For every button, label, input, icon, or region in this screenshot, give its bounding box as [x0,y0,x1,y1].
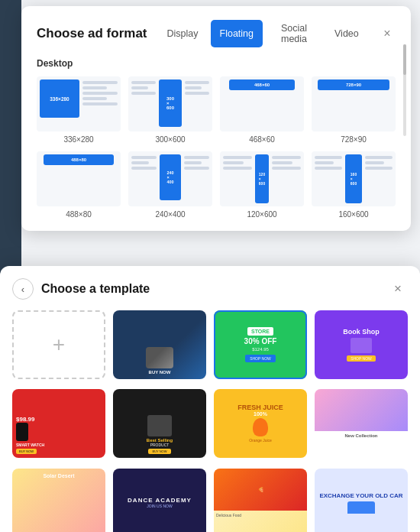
close-button-top[interactable]: × [379,24,396,43]
ad-preview-160x600: 160×600 [312,151,396,206]
template-fashion[interactable]: New Collection [315,389,408,458]
food-text: 🍕 [258,487,263,492]
add-icon: + [53,332,65,357]
ad-lines-right [185,79,209,95]
ad-preview-336x280: 336×280 [37,76,121,131]
template-book-shop[interactable]: Book Shop SHOP NOW [315,310,408,379]
tpl-green-content: STORE 30% OFF $124.95 SHOP NOW [214,310,307,379]
choose-ad-format-modal: Choose ad format Display Floating Social… [21,6,411,231]
store-badge: STORE [247,327,273,336]
tab-display[interactable]: Display [158,20,208,47]
ad-dim-label: 160×600 [338,210,368,219]
ad-line [185,81,209,84]
close-button-bottom[interactable]: × [388,279,408,299]
ad-line [365,161,384,164]
ad-line [184,156,209,159]
section-label-desktop: Desktop [37,58,396,69]
ad-line [184,167,209,170]
fashion-img [315,389,408,431]
ad-format-336x280[interactable]: 336×280 336×280 [37,76,121,144]
template-dance[interactable]: DANCE ACADEMY JOIN US NOW [113,469,206,532]
template-add-new[interactable]: + [12,310,105,379]
ad-dim-label: 468×60 [249,135,275,144]
ad-lines-right [272,154,301,170]
ad-line [315,161,334,164]
shop-btn: SHOP NOW [347,355,376,362]
back-button[interactable]: ‹ [12,278,34,300]
shoe-image [146,347,173,368]
tpl-dance-content: DANCE ACADEMY JOIN US NOW [113,469,206,532]
product-label: PRODUCT [150,443,170,447]
sale-text: 30% OFF [244,337,277,345]
tab-video[interactable]: Video [325,20,368,47]
dance-sub: JOIN US NOW [147,504,172,508]
ad-line [365,167,393,170]
ad-line [131,81,156,84]
ad-preview-120x600: 120×600 [220,151,304,206]
ad-blue-240x400: 240×400 [160,154,181,200]
ad-blue-468x60: 468×60 [229,79,296,90]
template-desert[interactable]: Solar Desert [12,469,105,532]
ad-blue-300x600: 300×600 [159,79,182,127]
tpl-peach-content: New Collection [315,389,408,458]
ad-preview-240x400: 240×400 [128,151,212,206]
choose-template-modal: ‹ Choose a template × + BUY NOW STORE 30… [0,266,420,532]
ad-dim-label: 240×400 [155,210,185,219]
food-label: Delicious Food [214,511,307,520]
template-watch-red[interactable]: $98.99 SMART WATCH BUY NOW [12,389,105,458]
car-shape [347,501,375,514]
ad-blue-120x600: 120×600 [255,154,269,203]
modal-bottom-header: ‹ Choose a template × [12,278,408,300]
template-grid: + BUY NOW STORE 30% OFF $124.95 SHOP NOW… [12,310,408,532]
ad-preview-468x60: 468×60 [220,76,304,131]
ad-format-728x90[interactable]: 728×90 728×90 [312,76,396,144]
tpl-light-content: Solar Desert [12,469,105,532]
template-shoe[interactable]: BUY NOW [113,310,206,379]
food-img: 🍕 [214,469,307,511]
ad-preview-488x80: 488×80 [37,151,121,206]
modal-top-header: Choose ad format Display Floating Social… [37,20,396,47]
ad-lines-right [365,154,393,170]
ad-format-120x600[interactable]: 120×600 120×600 [220,151,304,219]
ad-format-488x80[interactable]: 488×80 488×80 [37,151,121,219]
buy-btn: BUY NOW [148,449,170,454]
template-car[interactable]: EXCHANGE YOUR OLD CAR [315,469,408,532]
tab-bar: Display Floating Social media Video [158,20,368,47]
ad-blue-488x80: 488×80 [44,154,114,165]
ad-line [131,161,149,164]
ad-dim-label: 728×90 [341,135,367,144]
scrollbar-thumb [403,44,406,75]
ad-dim-label: 300×600 [155,135,185,144]
ad-dim-label: 120×600 [247,210,276,219]
ad-format-468x60[interactable]: 468×60 468×60 [220,76,304,144]
ad-format-160x600[interactable]: 160×600 160×600 [312,151,396,219]
watch-label: SMART WATCH [16,443,44,447]
juice-pct: 100% [254,411,267,417]
fashion-label: New Collection [341,431,380,440]
template-selling[interactable]: Best Selling PRODUCT BUY NOW [113,389,206,458]
ad-line [185,86,202,89]
ad-line [315,167,342,170]
tab-social-media[interactable]: Social media [266,20,322,47]
ad-dim-label: 336×280 [63,135,93,144]
product-img [147,415,172,436]
ad-preview-728x90: 728×90 [312,76,396,131]
template-food[interactable]: 🍕 Delicious Food [214,469,307,532]
ad-line [223,161,244,164]
ad-format-300x600[interactable]: 300×600 300×600 [128,76,212,144]
ad-line [131,167,157,170]
ad-line [272,156,301,159]
ad-format-240x400[interactable]: 240×400 240×400 [128,151,212,219]
ad-line [185,92,209,95]
ad-line [315,156,342,159]
template-juice[interactable]: FRESH JUICE 100% Orange Juice [214,389,307,458]
template-green-sale[interactable]: STORE 30% OFF $124.95 SHOP NOW [214,310,307,379]
ad-line [131,156,157,159]
price-text: $124.95 [252,347,269,352]
ad-preview-300x600: 300×600 [128,76,212,131]
tpl-red-content: $98.99 SMART WATCH BUY NOW [12,389,105,458]
buy-btn: BUY NOW [16,449,37,454]
tpl-blue-content: BUY NOW [113,310,206,379]
tab-floating[interactable]: Floating [211,20,263,47]
ad-line [184,161,202,164]
